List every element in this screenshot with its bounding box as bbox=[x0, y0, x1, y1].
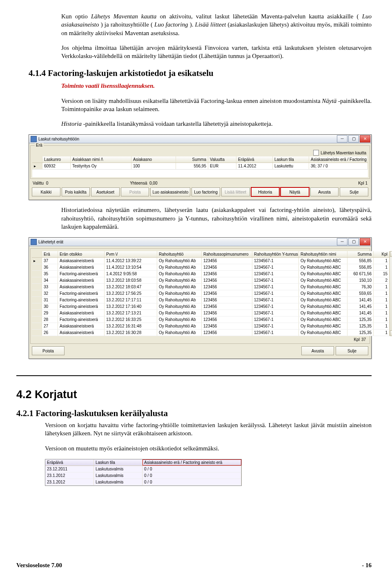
maximize-button[interactable]: ▢ bbox=[348, 238, 359, 245]
luo-asiakasaineisto-button[interactable]: Luo asiakasaineisto bbox=[150, 187, 190, 196]
col-laskun-tila[interactable]: Laskun tila bbox=[94, 459, 143, 466]
row-selector[interactable] bbox=[32, 284, 42, 290]
maximize-button[interactable]: ▢ bbox=[348, 135, 359, 143]
row-selector[interactable] bbox=[32, 271, 42, 277]
row-selector[interactable] bbox=[32, 316, 42, 323]
table-row[interactable]: ▸ 60932 Testiyritys Oy 100 556,95 EUR 11… bbox=[32, 163, 368, 169]
sulje-button[interactable]: Sulje bbox=[336, 346, 368, 355]
cell: 1234567-1 bbox=[252, 303, 299, 310]
asetukset-button[interactable]: Asetukset bbox=[91, 187, 120, 196]
col-pvm[interactable]: Pvm \/ bbox=[105, 251, 157, 257]
lisaa-liitteet-button[interactable]: Lisää liitteet bbox=[221, 187, 250, 196]
table-row[interactable]: 28Factoring-aineistoerä13.2.2012 16:33:2… bbox=[32, 316, 390, 323]
row-selector[interactable] bbox=[32, 323, 42, 329]
table-row[interactable]: 36Asiakasaineistoerä11.4.2012 13:10:54Oy… bbox=[32, 264, 390, 271]
cell: 13.2.2012 17:13:21 bbox=[105, 310, 157, 316]
checkbox-label: Lähetys Maventan kautta bbox=[321, 151, 366, 155]
row-selector[interactable]: ▸ bbox=[32, 163, 42, 169]
row-selector[interactable] bbox=[32, 297, 42, 303]
col-ytunnus[interactable]: Rahoitusyhtiön Y-tunnus bbox=[252, 251, 299, 257]
avusta-button[interactable]: Avusta bbox=[301, 346, 334, 355]
scrollbar[interactable]: ▲ ▼ bbox=[390, 251, 392, 336]
table-row[interactable]: 23.1.2012Laskutusvalmis0 / 0 bbox=[45, 479, 241, 486]
col-aineistoera[interactable]: Asiakasaineisto erä / Factoring aineisto… bbox=[309, 156, 368, 163]
cell: 37 bbox=[42, 258, 58, 264]
cell: 123456 bbox=[202, 303, 252, 310]
col-summa[interactable]: Summa bbox=[176, 156, 208, 163]
table-row[interactable]: 31Factoring-aineistoerä13.2.2012 17:17:1… bbox=[32, 297, 390, 303]
cell: Laskutusvalmis bbox=[94, 479, 143, 485]
col-erapaiva[interactable]: Eräpäivä bbox=[236, 156, 273, 163]
row-selector[interactable] bbox=[32, 303, 42, 310]
row-selector[interactable]: ▸ bbox=[32, 258, 42, 264]
col-asiakasno[interactable]: Asiakasno bbox=[131, 156, 176, 163]
minimize-button[interactable]: ─ bbox=[337, 135, 347, 143]
cell: 1234567-1 bbox=[252, 310, 299, 316]
cell: 1.4.2012 9:05:58 bbox=[105, 271, 157, 277]
nayta-button[interactable]: Näytä bbox=[281, 187, 309, 196]
col-nimi[interactable]: Rahoitusyhtiön nimi bbox=[299, 251, 347, 257]
close-button[interactable]: ✕ bbox=[360, 238, 370, 245]
cell: 141,45 bbox=[347, 297, 374, 303]
cell: 123456 bbox=[202, 271, 252, 277]
poista-button[interactable]: Poista bbox=[32, 346, 65, 355]
poista-button[interactable]: Poista bbox=[121, 187, 149, 196]
table-row[interactable]: 23.1.2012Laskutusvalmis0 / 0 bbox=[45, 472, 241, 479]
cell: 34 bbox=[42, 277, 58, 283]
col-valuutta[interactable]: Valuutta bbox=[208, 156, 236, 163]
cell: 1234567-1 bbox=[252, 323, 299, 329]
col-rahoitusyhtio[interactable]: Rahoitusyhtiö bbox=[157, 251, 202, 257]
table-row[interactable]: ▸37Asiakasaineistoerä11.4.2012 13:39:22O… bbox=[32, 258, 390, 264]
cell: Factoring-aineistoerä bbox=[58, 303, 105, 310]
table-row[interactable]: 30Factoring-aineistoerä13.2.2012 17:16:4… bbox=[32, 303, 390, 310]
row-selector[interactable] bbox=[32, 290, 42, 296]
table-row[interactable]: 23.12.2011Laskutusvalmis0 / 0 bbox=[45, 466, 241, 472]
table-row[interactable]: 33Asiakasaineistoerä13.2.2012 18:03:47Oy… bbox=[32, 284, 390, 290]
pois-kaikilta-button[interactable]: Pois kaikilta bbox=[62, 187, 90, 196]
table-row[interactable]: 35Factoring-aineistoerä1.4.2012 9:05:58O… bbox=[32, 271, 390, 277]
kaikki-button[interactable]: Kaikki bbox=[32, 187, 60, 196]
col-kpl[interactable]: Kpl bbox=[374, 251, 390, 257]
cell: 123456 bbox=[202, 277, 252, 283]
col-erapaiva[interactable]: Eräpäivä bbox=[45, 459, 94, 466]
table-row[interactable]: 34Asiakasaineistoerä13.2.2012 18:03:58Oy… bbox=[32, 277, 390, 284]
table-row[interactable]: 29Asiakasaineistoerä13.2.2012 17:13:21Oy… bbox=[32, 310, 390, 316]
col-aineistoera[interactable]: Asiakasaineisto erä / Factoring aineisto… bbox=[143, 459, 241, 466]
col-asiakkaan-nimi[interactable]: Asiakkaan nimi /\ bbox=[71, 156, 131, 163]
row-selector[interactable] bbox=[32, 277, 42, 283]
col-era[interactable]: Erä bbox=[42, 251, 58, 257]
cell: Oy Rahoitusyhtiö ABC bbox=[299, 264, 347, 270]
cell: 23.1.2012 bbox=[45, 479, 94, 485]
row-selector[interactable] bbox=[32, 310, 42, 316]
cell: 123456 bbox=[202, 316, 252, 323]
col-eran-otsikko[interactable]: Erän otsikko bbox=[58, 251, 105, 257]
cell: 13.2.2012 18:03:47 bbox=[105, 284, 157, 290]
col-sopimusnumero[interactable]: Rahoitussopimusnumero bbox=[202, 251, 252, 257]
cell: 27 bbox=[42, 323, 58, 329]
close-button[interactable]: ✕ bbox=[360, 135, 370, 143]
cell: 123456 bbox=[202, 258, 252, 264]
avusta-button[interactable]: Avusta bbox=[310, 187, 339, 196]
titlebar: Lähetetyt erät ─ ▢ ✕ bbox=[29, 238, 371, 246]
checkbox-icon[interactable] bbox=[313, 150, 319, 156]
maventa-checkbox-row[interactable]: Lähetys Maventan kautta bbox=[312, 149, 368, 156]
scroll-up-icon[interactable]: ▲ bbox=[390, 251, 392, 257]
window-title: Laskut rahoitusyhtiöön bbox=[38, 137, 79, 141]
table-row[interactable]: 32Factoring-aineistoerä13.2.2012 17:56:2… bbox=[32, 290, 390, 297]
scroll-down-icon[interactable]: ▼ bbox=[390, 330, 392, 336]
col-laskun-tila[interactable]: Laskun tila bbox=[273, 156, 309, 163]
table-row[interactable]: 27Asiakasaineistoerä13.2.2012 16:31:48Oy… bbox=[32, 323, 390, 330]
cell: 1 bbox=[374, 290, 390, 296]
row-selector[interactable] bbox=[32, 264, 42, 270]
col-summa[interactable]: Summa bbox=[347, 251, 374, 257]
historia-button[interactable]: Historia bbox=[251, 187, 280, 196]
heading-number: 4.2 bbox=[16, 388, 32, 401]
minimize-button[interactable]: ─ bbox=[337, 238, 347, 245]
luo-factoring-button[interactable]: Luo factoring bbox=[192, 187, 220, 196]
cell: 11.4.2012 13:10:54 bbox=[105, 264, 157, 270]
col-laskunro[interactable]: Laskunro bbox=[42, 156, 71, 163]
sulje-button[interactable]: Sulje bbox=[340, 187, 368, 196]
text-italic: Lähetys Maventan kautta bbox=[91, 13, 156, 20]
table-row[interactable]: 26Asiakasaineistoerä13.2.2012 16:30:28Oy… bbox=[32, 330, 390, 336]
row-selector[interactable] bbox=[32, 330, 42, 336]
